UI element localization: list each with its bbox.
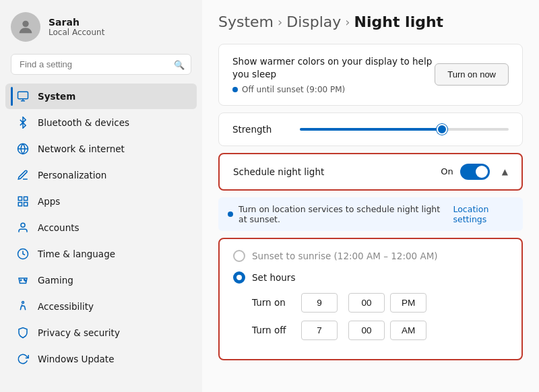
sidebar-item-windows-update-label: Windows Update [38, 354, 114, 364]
turn-on-minute-input[interactable] [348, 293, 385, 313]
sidebar-item-gaming[interactable]: Gaming [5, 267, 197, 293]
night-light-card: Show warmer colors on your display to he… [218, 44, 523, 106]
network-icon [16, 142, 30, 156]
sidebar-item-time[interactable]: Time & language [5, 241, 197, 267]
accounts-icon [16, 221, 30, 234]
sidebar-item-privacy[interactable]: Privacy & security [5, 320, 197, 346]
sidebar-item-system-label: System [38, 91, 75, 102]
schedule-header: Schedule night light On ▲ [220, 154, 521, 189]
set-hours-option[interactable]: Set hours [233, 271, 508, 284]
info-dot [228, 211, 233, 217]
svg-rect-6 [18, 203, 22, 206]
night-light-description: Show warmer colors on your display to he… [232, 55, 435, 81]
search-input[interactable] [11, 54, 191, 75]
night-light-status-row: Off until sunset (9:00 PM) [232, 85, 435, 94]
sidebar-item-personalization[interactable]: Personalization [5, 162, 197, 188]
sidebar-item-system[interactable]: System [5, 84, 197, 109]
sidebar-item-privacy-label: Privacy & security [38, 327, 120, 338]
breadcrumb: System › Display › Night light [218, 13, 523, 30]
sidebar-item-network[interactable]: Network & internet [5, 136, 197, 162]
turn-on-hour-input[interactable] [301, 293, 338, 313]
turn-on-time-row: Turn on [252, 293, 508, 313]
night-light-row: Show warmer colors on your display to he… [232, 55, 509, 94]
breadcrumb-system[interactable]: System [218, 13, 274, 30]
strength-label: Strength [232, 124, 286, 135]
svg-point-7 [21, 223, 25, 227]
time-schedule-card: Sunset to sunrise (12:00 AM – 12:00 AM) … [218, 238, 523, 360]
user-info: Sarah Local Account [49, 17, 104, 37]
main-content: System › Display › Night light Show warm… [202, 0, 539, 392]
slider-fill [300, 128, 442, 131]
night-light-description-block: Show warmer colors on your display to he… [232, 55, 435, 94]
turn-off-minute-input[interactable] [348, 321, 385, 340]
status-dot [232, 87, 238, 92]
apps-icon [16, 195, 30, 208]
breadcrumb-sep-1: › [278, 15, 282, 29]
search-box[interactable]: 🔍 [11, 54, 191, 75]
avatar [11, 12, 40, 42]
bluetooth-icon [16, 116, 30, 129]
svg-rect-4 [24, 197, 28, 200]
turn-off-time-row: Turn off [252, 321, 508, 340]
breadcrumb-current: Night light [354, 13, 444, 30]
schedule-title: Schedule night light [233, 166, 324, 177]
location-info-row: Turn on location services to schedule ni… [218, 197, 523, 231]
night-light-status: Off until sunset (9:00 PM) [242, 85, 345, 94]
sunset-option[interactable]: Sunset to sunrise (12:00 AM – 12:00 AM) [233, 250, 508, 262]
schedule-chevron-up-icon[interactable]: ▲ [502, 167, 508, 176]
location-info-text: Turn on location services to schedule ni… [239, 204, 445, 224]
sunset-label: Sunset to sunrise (12:00 AM – 12:00 AM) [252, 251, 438, 261]
location-settings-link[interactable]: Location settings [453, 204, 513, 224]
user-name: Sarah [49, 17, 104, 28]
search-icon: 🔍 [174, 59, 185, 69]
sidebar-item-windows-update[interactable]: Windows Update [5, 346, 197, 372]
strength-slider[interactable] [300, 128, 509, 131]
svg-point-0 [22, 21, 28, 27]
strength-row: Strength [232, 124, 509, 135]
svg-rect-5 [24, 203, 28, 206]
turn-off-hour-input[interactable] [301, 321, 338, 340]
sidebar-item-time-label: Time & language [38, 249, 115, 259]
svg-point-13 [22, 302, 24, 304]
sidebar-item-accounts-label: Accounts [38, 222, 80, 233]
turn-on-now-button[interactable]: Turn on now [435, 63, 509, 86]
breadcrumb-sep-2: › [345, 15, 350, 29]
sidebar-item-bluetooth[interactable]: Bluetooth & devices [5, 110, 197, 135]
system-icon [16, 90, 30, 103]
svg-rect-1 [18, 92, 28, 99]
personalization-icon [16, 168, 30, 182]
schedule-toggle-label: On [441, 166, 453, 176]
turn-off-ampm-input[interactable] [390, 321, 426, 340]
schedule-toggle-row: On ▲ [441, 164, 508, 180]
svg-point-12 [25, 280, 26, 282]
sidebar-item-apps-label: Apps [38, 196, 60, 207]
windows-update-icon [16, 352, 30, 366]
sidebar-item-accessibility[interactable]: Accessibility [5, 294, 197, 319]
turn-off-label: Turn off [252, 325, 296, 335]
time-icon [16, 247, 30, 261]
sunset-radio[interactable] [233, 250, 245, 262]
set-hours-label: Set hours [252, 272, 295, 283]
gaming-icon [16, 273, 30, 287]
sidebar-item-gaming-label: Gaming [38, 275, 73, 286]
sidebar-item-accounts[interactable]: Accounts [5, 215, 197, 240]
sidebar-item-personalization-label: Personalization [38, 170, 106, 181]
nav-list: System Bluetooth & devices Network & int… [0, 83, 202, 392]
turn-on-label: Turn on [252, 297, 296, 308]
sidebar-item-bluetooth-label: Bluetooth & devices [38, 117, 129, 128]
schedule-card: Schedule night light On ▲ [218, 153, 523, 191]
sidebar-item-apps[interactable]: Apps [5, 189, 197, 214]
schedule-toggle[interactable] [460, 164, 490, 180]
sidebar: Sarah Local Account 🔍 System Bluetooth &… [0, 0, 202, 392]
strength-card: Strength [218, 112, 523, 146]
svg-rect-3 [18, 197, 22, 200]
slider-thumb[interactable] [437, 124, 447, 135]
toggle-knob [476, 166, 488, 178]
breadcrumb-display[interactable]: Display [286, 13, 341, 30]
sidebar-item-network-label: Network & internet [38, 143, 125, 154]
user-account-type: Local Account [49, 28, 104, 37]
set-hours-radio[interactable] [233, 271, 245, 284]
accessibility-icon [16, 300, 30, 313]
turn-on-ampm-input[interactable] [390, 293, 426, 313]
privacy-icon [16, 326, 30, 339]
